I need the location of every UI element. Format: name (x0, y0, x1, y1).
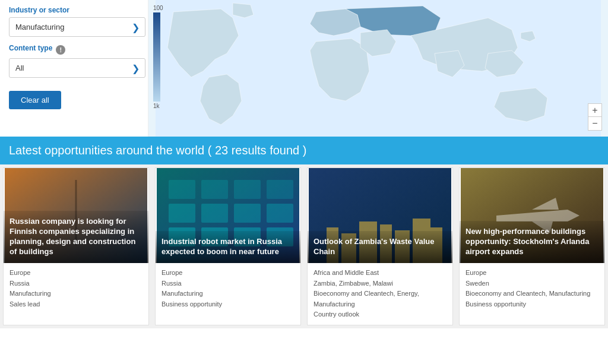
scale-bottom-label: 1k (153, 103, 163, 109)
content-type-select[interactable]: AllBusiness opportunityCountry outlookSa… (9, 58, 145, 78)
info-icon[interactable]: ! (56, 45, 65, 55)
card-meta-2: Africa and Middle East Zambia, Zimbabwe,… (308, 263, 452, 325)
card-sector-2: Bioeconomy and Cleantech, Energy, Manufa… (314, 290, 419, 308)
industry-select[interactable]: ManufacturingTechnologyAgricultureConstr… (9, 17, 145, 37)
map-scale: 100 1k (153, 5, 163, 109)
industry-label: Industry or sector (9, 6, 139, 14)
svg-rect-9 (201, 204, 228, 223)
card-region-1: Europe (162, 269, 182, 276)
svg-rect-8 (169, 204, 195, 223)
card-type-2: Country outlook (314, 311, 359, 318)
card-type-1: Business opportunity (162, 300, 222, 308)
card-image-1: Industrial robot market in Russia expect… (156, 168, 300, 263)
content-type-select-wrapper: AllBusiness opportunityCountry outlookSa… (9, 58, 145, 78)
card-country-1: Russia (162, 280, 182, 287)
card-title-1: Industrial robot market in Russia expect… (156, 231, 300, 263)
card-1[interactable]: Industrial robot market in Russia expect… (155, 167, 301, 325)
filter-panel: Industry or sector ManufacturingTechnolo… (0, 0, 148, 137)
svg-rect-4 (169, 180, 195, 199)
map-svg (148, 0, 608, 137)
svg-rect-6 (234, 180, 261, 199)
zoom-controls: + − (588, 103, 602, 131)
card-0[interactable]: Russian company is looking for Finnish c… (3, 167, 149, 325)
card-2[interactable]: Outlook of Zambia's Waste Value ChainAfr… (307, 167, 453, 325)
card-meta-3: Europe Sweden Bioeconomy and Cleantech, … (460, 263, 604, 314)
scale-top-label: 100 (153, 5, 163, 11)
zoom-in-button[interactable]: + (588, 104, 601, 117)
card-sector-0: Manufacturing (10, 290, 51, 297)
card-title-3: New high-performance buildings opportuni… (460, 221, 604, 263)
card-image-0: Russian company is looking for Finnish c… (4, 168, 148, 263)
card-title-0: Russian company is looking for Finnish c… (4, 211, 148, 263)
card-type-0: Sales lead (10, 300, 40, 308)
card-type-3: Business opportunity (466, 300, 526, 308)
svg-rect-11 (267, 204, 293, 223)
world-map[interactable]: 100 1k (148, 0, 608, 137)
card-sector-1: Manufacturing (162, 290, 203, 297)
card-meta-1: Europe Russia Manufacturing Business opp… (156, 263, 300, 314)
card-title-2: Outlook of Zambia's Waste Value Chain (308, 231, 452, 263)
card-image-3: New high-performance buildings opportuni… (460, 168, 604, 263)
content-type-header: Content type ! (9, 44, 139, 55)
svg-rect-10 (234, 204, 261, 223)
card-region-2: Africa and Middle East (314, 269, 379, 276)
zoom-out-button[interactable]: − (588, 117, 601, 130)
cards-grid: Russian company is looking for Finnish c… (0, 164, 608, 328)
card-3[interactable]: New high-performance buildings opportuni… (459, 167, 605, 325)
content-type-label: Content type (9, 44, 52, 52)
svg-rect-7 (267, 180, 293, 199)
card-region-0: Europe (10, 269, 30, 276)
card-country-3: Sweden (466, 280, 489, 287)
card-country-2: Zambia, Zimbabwe, Malawi (314, 280, 393, 287)
card-sector-3: Bioeconomy and Cleantech, Manufacturing (466, 290, 590, 297)
results-banner: Latest opportunities around the world ( … (0, 137, 608, 164)
svg-rect-5 (201, 180, 228, 199)
card-country-0: Russia (10, 280, 30, 287)
results-text: Latest opportunities around the world ( … (9, 144, 306, 157)
clear-all-button[interactable]: Clear all (9, 91, 61, 109)
card-region-3: Europe (466, 269, 486, 276)
card-meta-0: Europe Russia Manufacturing Sales lead (4, 263, 148, 314)
industry-select-wrapper: ManufacturingTechnologyAgricultureConstr… (9, 17, 145, 37)
card-image-2: Outlook of Zambia's Waste Value Chain (308, 168, 452, 263)
